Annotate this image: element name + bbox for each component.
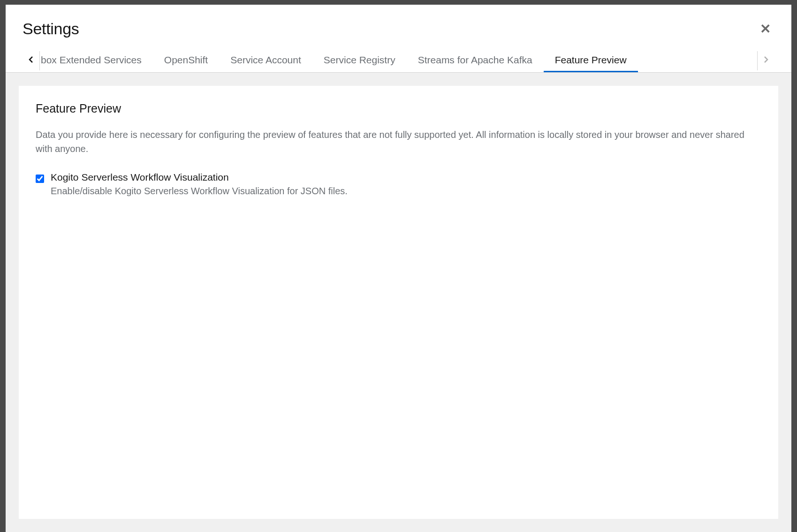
tab-scroll-right-button[interactable]	[758, 49, 774, 72]
tab-service-account[interactable]: Service Account	[219, 49, 312, 72]
chevron-left-icon	[29, 56, 33, 66]
tab-feature-preview[interactable]: Feature Preview	[544, 49, 638, 72]
tab-scroll-left-button[interactable]	[23, 49, 39, 72]
tabs-container: box Extended Services OpenShift Service …	[6, 49, 791, 73]
settings-modal: Settings ✕ box Extended Services OpenShi…	[6, 5, 791, 532]
tab-service-registry[interactable]: Service Registry	[312, 49, 407, 72]
tab-extended-services[interactable]: box Extended Services	[40, 49, 153, 72]
panel-title: Feature Preview	[36, 102, 761, 115]
tab-streams-kafka[interactable]: Streams for Apache Kafka	[407, 49, 544, 72]
feature-label[interactable]: Kogito Serverless Workflow Visualization	[51, 172, 761, 183]
tab-openshift[interactable]: OpenShift	[153, 49, 219, 72]
close-icon: ✕	[760, 22, 771, 36]
chevron-right-icon	[764, 56, 768, 66]
feature-item: Kogito Serverless Workflow Visualization…	[36, 172, 761, 197]
modal-header: Settings ✕	[6, 5, 791, 49]
modal-title: Settings	[23, 20, 79, 38]
tabs-list: box Extended Services OpenShift Service …	[40, 49, 757, 72]
panel-description: Data you provide here is necessary for c…	[36, 128, 761, 156]
feature-text: Kogito Serverless Workflow Visualization…	[51, 172, 761, 197]
content-area: Feature Preview Data you provide here is…	[6, 73, 791, 532]
feature-checkbox-kogito[interactable]	[36, 175, 44, 183]
feature-description: Enable/disable Kogito Serverless Workflo…	[51, 186, 761, 197]
close-button[interactable]: ✕	[756, 21, 774, 38]
feature-preview-panel: Feature Preview Data you provide here is…	[19, 86, 778, 519]
